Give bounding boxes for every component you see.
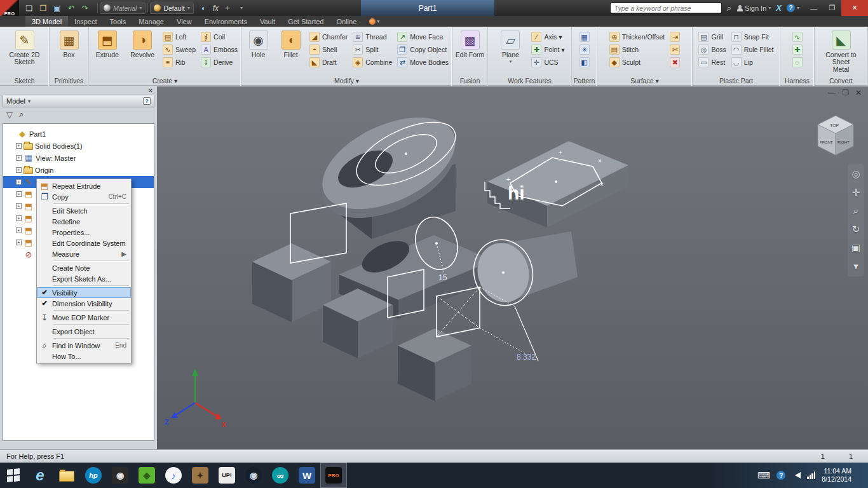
panel-close-icon[interactable]: ✕ [148, 87, 153, 94]
menu-item-properties[interactable]: Properties... [37, 227, 131, 238]
expander-icon[interactable]: + [16, 227, 22, 233]
solid-cube-bottom[interactable] [398, 329, 471, 401]
button-grill[interactable]: ▤Grill [696, 31, 728, 43]
button-shell[interactable]: ◓Shell [308, 44, 349, 55]
clock[interactable]: 11:04 AM 8/12/2014 [822, 467, 851, 484]
button-rib[interactable]: ≡Rib [161, 57, 198, 68]
button-lip[interactable]: ◡Lip [729, 57, 776, 68]
button-fillet[interactable]: ◖Fillet [275, 29, 306, 76]
expander-icon[interactable]: + [16, 215, 22, 221]
navigation-wheel-icon[interactable]: ◎ [850, 168, 862, 180]
menu-item-export-sketch-as[interactable]: Export Sketch As... [37, 273, 131, 284]
view-cube[interactable]: TOP FRONT RIGHT [818, 116, 853, 155]
menu-item-edit-sketch[interactable]: Edit Sketch [37, 205, 131, 216]
taskbar-itunes[interactable]: ♪ [160, 463, 187, 488]
look-at-icon[interactable]: ▣ [850, 241, 862, 254]
menu-item-repeat-extrude[interactable]: ⬒Repeat Extrude [37, 180, 131, 191]
expander-icon[interactable]: + [16, 203, 22, 209]
panel-label-primitives[interactable]: Primitives [50, 76, 88, 86]
button-emboss[interactable]: AEmboss [199, 44, 240, 55]
panel-label-work-features[interactable]: Work Features [488, 76, 571, 86]
maximize-button[interactable]: ❐ [823, 0, 841, 16]
button-mirror[interactable]: ◧ [578, 57, 592, 68]
menu-item-edit-coordinate-system[interactable]: Edit Coordinate System [37, 238, 131, 248]
tab-view[interactable]: View [170, 16, 198, 27]
button-delete-face[interactable]: ✖ [668, 57, 682, 68]
button-hole[interactable]: ◉Hole [243, 29, 274, 76]
tab-inspect[interactable]: Inspect [68, 16, 103, 27]
button-draft[interactable]: ◣Draft [308, 57, 349, 68]
button-stitch[interactable]: ▤Stitch [607, 44, 667, 55]
exchange-apps-icon[interactable]: X [776, 3, 782, 13]
dimension-15[interactable]: 15 [438, 273, 447, 282]
taskbar-youcam[interactable]: ◉ [107, 463, 133, 488]
button-thicken-offset[interactable]: ⊕Thicken/Offset [607, 31, 667, 43]
binoculars-icon[interactable]: ⌕ [727, 3, 731, 13]
tree-item-view-master[interactable]: +▦View: Master [3, 152, 154, 164]
expander-icon[interactable]: + [16, 179, 22, 185]
button-axis[interactable]: ∕Axis ▾ [529, 31, 566, 43]
panel-label-create[interactable]: Create ▾ [89, 76, 241, 86]
chevron-down-icon[interactable]: ▾ [236, 3, 247, 13]
tab-environments[interactable]: Environments [198, 16, 254, 27]
minimize-button[interactable]: — [804, 0, 823, 16]
button-revolve[interactable]: ◑Revolve [125, 29, 159, 76]
button-move-face[interactable]: ↗Move Face [395, 31, 451, 43]
taskbar-arduino[interactable]: ∞ [267, 463, 294, 488]
panel-label-sketch[interactable]: Sketch [0, 76, 49, 86]
tab-tools[interactable]: Tools [104, 16, 133, 27]
orbit-icon[interactable]: ↻ [850, 223, 862, 236]
save-icon[interactable]: ▣ [52, 3, 62, 13]
browser-help-icon[interactable]: ? [143, 97, 151, 105]
button-ucs[interactable]: ✛UCS [529, 57, 566, 68]
add-icon[interactable]: ＋ [222, 3, 233, 13]
taskbar-start-button[interactable] [0, 463, 27, 488]
taskbar-wood-app[interactable]: ✦ [187, 463, 214, 488]
taskbar-steam[interactable]: ◉ [240, 463, 267, 488]
open-file-icon[interactable]: ❐ [38, 3, 48, 13]
tab-online[interactable]: Online [330, 16, 363, 27]
appearance-selector[interactable]: Default ▾ [150, 3, 193, 14]
taskbar-up-app[interactable]: UP! [214, 463, 240, 488]
button-sculpt[interactable]: ◆Sculpt [607, 57, 667, 68]
button-extrude[interactable]: ⬒Extrude [90, 29, 124, 76]
tree-item-solid-bodies-1[interactable]: +Solid Bodies(1) [3, 140, 154, 152]
zoom-icon[interactable]: ⌕ [850, 205, 862, 217]
button-plane[interactable]: ▱Plane▾ [492, 29, 528, 76]
button-chamfer[interactable]: ◢Chamfer [308, 31, 349, 43]
panel-label-fusion[interactable]: Fusion [452, 76, 487, 86]
expander-icon[interactable]: + [16, 167, 22, 173]
emboss-text[interactable]: hi [508, 182, 525, 203]
tab-cloud-services[interactable]: ▾ [363, 16, 386, 27]
tree-item-part1[interactable]: ◆Part1 [3, 128, 154, 140]
menu-item-copy[interactable]: ❐CopyCtrl+C [37, 191, 131, 202]
panel-label-pattern[interactable]: Pattern [572, 76, 597, 86]
material-selector[interactable]: Material ▾ [100, 3, 146, 14]
button-copy-object[interactable]: ❐Copy Object [395, 44, 451, 55]
taskbar-green-game[interactable]: ◈ [133, 463, 160, 488]
expander-icon[interactable]: + [16, 240, 22, 245]
taskbar-file-explorer[interactable] [53, 463, 80, 488]
button-split[interactable]: ✂Split [351, 44, 394, 55]
menu-item-measure[interactable]: Measure▶ [37, 248, 131, 259]
tree-item-origin[interactable]: +Origin [3, 164, 154, 176]
button-move-bodies[interactable]: ⇄Move Bodies [395, 57, 451, 68]
button-harness-route[interactable]: ∿ [790, 31, 804, 43]
button-boss[interactable]: ◎Boss [696, 44, 728, 55]
menu-item-move-eop-marker[interactable]: ↧Move EOP Marker [37, 312, 131, 323]
button-thread[interactable]: ≋Thread [351, 31, 394, 43]
network-icon[interactable] [807, 471, 815, 479]
panel-label-plastic-part[interactable]: Plastic Part [693, 76, 780, 86]
tray-help-icon[interactable]: ? [776, 471, 785, 480]
doc-restore-icon[interactable]: ❐ [842, 88, 849, 97]
taskbar-internet-explorer[interactable]: e [27, 463, 53, 488]
button-rule-fillet[interactable]: ◠Rule Fillet [729, 44, 776, 55]
panel-label-surface[interactable]: Surface ▾ [597, 76, 692, 86]
button-extend-surface[interactable]: ⇥ [668, 31, 682, 43]
viewport[interactable]: — ❐ ✕ ◎✛⌕↻▣▾ [157, 86, 868, 449]
search-input[interactable] [610, 3, 722, 13]
button-edit-form[interactable]: ▩Edit Form [454, 29, 486, 76]
touch-keyboard-icon[interactable]: ⌨ [757, 470, 770, 480]
menu-item-create-note[interactable]: Create Note [37, 262, 131, 273]
menu-item-find-in-window[interactable]: ⌕Find in WindowEnd [37, 340, 131, 351]
